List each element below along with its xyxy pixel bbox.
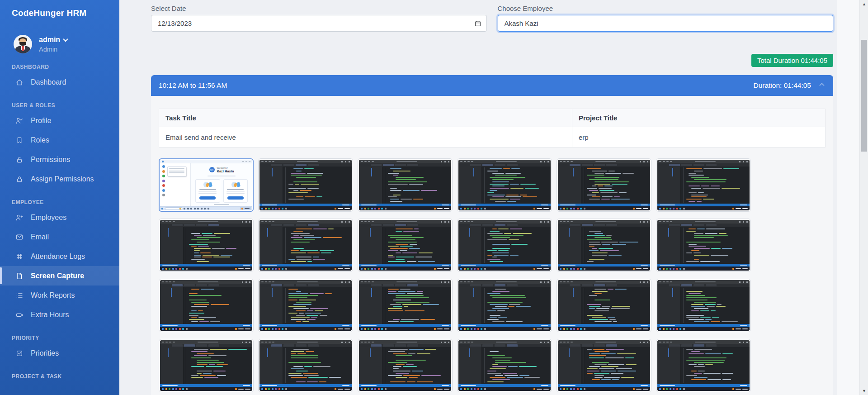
user-menu[interactable]: admin Admin (14, 35, 119, 53)
screenshot-thumbnail[interactable] (159, 279, 254, 332)
screenshot-thumbnail[interactable] (457, 279, 552, 332)
screenshot-thumbnail[interactable] (159, 339, 254, 392)
screenshot-thumbnail[interactable] (457, 219, 552, 272)
list-item (162, 189, 188, 192)
windows-taskbar (259, 206, 352, 210)
screenshot-thumbnail[interactable] (358, 219, 453, 272)
file-tree-panel (259, 167, 283, 204)
file-tree-panel (259, 227, 283, 264)
sidebar-section-heading: PROJECT & TASK (12, 373, 119, 380)
sidebar-item-assign-permissions[interactable]: Assign Permissions (0, 169, 119, 189)
screenshot-thumbnail[interactable] (159, 219, 254, 272)
chevron-up-icon[interactable] (818, 81, 826, 90)
screenshot-thumbnail[interactable] (656, 279, 751, 332)
windows-taskbar (259, 267, 352, 271)
file-tree-panel (160, 347, 184, 384)
window-titlebar (359, 340, 451, 344)
sidebar-item-email[interactable]: Email (0, 227, 119, 247)
list-item (162, 180, 188, 182)
editor-tabs (259, 284, 352, 287)
taskbar-app-icon (584, 208, 585, 209)
sidebar: CodeHunger HRM admin Admin DASHBOARDDash… (0, 0, 119, 395)
employee-input-box[interactable] (498, 15, 834, 32)
user-name: admin (39, 36, 60, 44)
code-editor-screenshot (259, 280, 352, 331)
screenshot-thumbnail[interactable] (358, 339, 453, 392)
sidebar-item-screen-capture[interactable]: Screen Capture (0, 266, 119, 286)
sidebar-item-profile[interactable]: Profile (0, 111, 119, 130)
session-time-range: 10:12 AM to 11:56 AM (159, 81, 227, 90)
windows-taskbar (160, 267, 252, 271)
employee-input[interactable] (504, 19, 828, 28)
taskbar-app-icon (666, 208, 668, 209)
avatar[interactable] (14, 35, 32, 53)
taskbar-tray (633, 328, 648, 330)
screenshot-thumbnail[interactable] (258, 339, 353, 392)
editor-tabs (160, 224, 252, 227)
taskbar-app-icon (275, 388, 277, 390)
file-tree-panel (558, 227, 581, 264)
screenshot-thumbnail[interactable] (457, 339, 552, 392)
taskbar-app-icon (683, 328, 685, 330)
window-titlebar (458, 220, 551, 224)
screenshot-thumbnail[interactable] (457, 158, 552, 212)
code-area (382, 227, 451, 264)
scroll-down-arrow[interactable]: ▼ (860, 389, 868, 393)
taskbar-app-icon (577, 328, 579, 330)
date-input[interactable] (157, 19, 481, 28)
sidebar-item-permissions[interactable]: Permissions (0, 150, 119, 169)
code-area (184, 227, 252, 264)
screenshot-thumbnail[interactable] (557, 158, 651, 212)
screenshot-thumbnail[interactable] (557, 339, 651, 392)
taskbar-app-icon (282, 268, 283, 270)
session-header[interactable]: 10:12 AM to 11:56 AM Duration: 01:44:05 (151, 75, 833, 96)
screenshot-thumbnail-selected[interactable]: KHWelcome!Kazi Hasin (159, 158, 254, 212)
screenshot-thumbnail[interactable] (358, 279, 453, 332)
taskbar-app-icon (172, 268, 174, 270)
taskbar-app-icon (265, 268, 267, 270)
screenshot-thumbnail[interactable] (258, 279, 353, 332)
taskbar-app-icon (566, 268, 568, 270)
code-editor-screenshot (458, 340, 551, 391)
sidebar-item-attendance-logs[interactable]: Attendance Logs (0, 247, 119, 266)
editor-tabs (558, 163, 650, 167)
taskbar-app-icon (673, 208, 675, 209)
screenshot-thumbnail[interactable] (557, 219, 651, 272)
windows-taskbar (657, 387, 750, 391)
screenshot-thumbnail[interactable] (258, 219, 353, 272)
screenshot-thumbnail[interactable] (258, 158, 353, 212)
taskbar-app-icon (172, 328, 174, 330)
code-area (283, 167, 352, 204)
scrollbar-thumb[interactable] (861, 40, 867, 152)
taskbar-app-icon (368, 328, 369, 330)
screenshot-thumbnail[interactable] (358, 158, 453, 212)
taskbar-app-icon (272, 268, 274, 270)
sidebar-item-work-reports[interactable]: Work Reports (0, 286, 119, 305)
scroll-up-arrow[interactable]: ▲ (860, 2, 868, 6)
screenshot-thumbnail[interactable] (656, 219, 751, 272)
taskbar-app-icon (477, 268, 479, 270)
taskbar-app-icon (361, 208, 363, 209)
vertical-scrollbar[interactable]: ▲ ▼ (859, 0, 868, 395)
taskbar-app-icon (186, 388, 188, 390)
taskbar-app-icon (201, 208, 203, 209)
sidebar-item-employees[interactable]: Employees (0, 208, 119, 227)
calendar-icon[interactable] (474, 20, 481, 27)
window-titlebar (458, 340, 551, 344)
sidebar-item-priorities[interactable]: Priorities (0, 343, 119, 363)
taskbar-app-icon (560, 328, 561, 330)
taskbar-app-icon (474, 328, 476, 330)
code-area (681, 227, 750, 264)
sidebar-item-roles[interactable]: Roles (0, 130, 119, 150)
table-header: Project Title (572, 109, 825, 127)
date-input-box[interactable] (151, 15, 487, 32)
taskbar-app-icon (563, 208, 565, 209)
taskbar-app-icon (584, 328, 585, 330)
screenshot-thumbnail[interactable] (656, 158, 751, 212)
screenshot-thumbnail[interactable] (656, 339, 751, 392)
sidebar-item-extra-hours[interactable]: Extra Hours (0, 305, 119, 324)
taskbar-app-icon (275, 208, 277, 209)
editor-tabs (558, 284, 650, 287)
sidebar-item-dashboard[interactable]: Dashboard (0, 72, 119, 92)
screenshot-thumbnail[interactable] (557, 279, 651, 332)
